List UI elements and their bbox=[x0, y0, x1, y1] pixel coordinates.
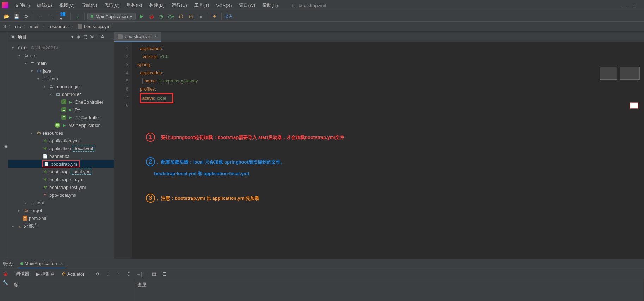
tree-bootstrap[interactable]: 📄bootstrap.yml bbox=[8, 160, 114, 168]
tree-bootstrap-stu[interactable]: ✲bootstrap-stu.yml bbox=[8, 176, 114, 183]
gear-icon[interactable]: ✲ bbox=[100, 34, 104, 39]
tree-bootstrap-test[interactable]: ✲bootstrap-test.yml bbox=[8, 183, 114, 191]
debug-body: 帧 变量 bbox=[11, 280, 644, 301]
code-editor[interactable]: 12345678 application: version: v1.0 spri… bbox=[114, 42, 644, 259]
menu-navigate[interactable]: 导航(N) bbox=[79, 1, 100, 10]
tree-root[interactable]: ▾🗀tt S:\idea2021\tt bbox=[8, 44, 114, 51]
debug-settings-icon[interactable]: 🔧 bbox=[2, 280, 8, 285]
project-tree[interactable]: ▾🗀tt S:\idea2021\tt ▾🗀src ▾🗀main ▾🗀java … bbox=[8, 42, 114, 259]
translate-icon[interactable]: 文A bbox=[225, 12, 232, 20]
minimap-marker[interactable] bbox=[630, 102, 638, 109]
minimize-icon[interactable]: — bbox=[622, 3, 626, 8]
step-out-icon[interactable]: ↑ bbox=[115, 270, 122, 278]
tree-com[interactable]: ▾🗀com bbox=[8, 75, 114, 82]
debugger-tab[interactable]: 调试器 bbox=[13, 269, 31, 279]
annotation-3: 3、注意：bootstrap.yml 比 application.yml先加载 bbox=[146, 191, 630, 203]
bc-file[interactable]: bootstrap.yml bbox=[78, 24, 111, 29]
build-icon[interactable]: ⤓ bbox=[74, 12, 81, 20]
menu-tools[interactable]: 工具(T) bbox=[191, 1, 212, 10]
project-rail-icon[interactable]: ▣ bbox=[3, 143, 8, 149]
minimap-thumb[interactable] bbox=[620, 67, 640, 80]
tree-controller[interactable]: ▾🗀controller bbox=[8, 90, 114, 98]
tree-app-local-yml[interactable]: ✲application-local.yml bbox=[8, 145, 114, 152]
evaluate-icon[interactable]: ▤ bbox=[150, 270, 158, 278]
bc-main[interactable]: main bbox=[30, 24, 40, 29]
tree-class-0[interactable]: C▶OneController bbox=[8, 98, 114, 106]
breadcrumb: tt〉 src〉 main〉 resources〉 bootstrap.yml bbox=[0, 22, 644, 32]
profile-icon[interactable]: ◷▾ bbox=[167, 12, 175, 20]
step-into-icon[interactable]: ↓ bbox=[104, 270, 112, 278]
open-icon[interactable]: 📂 bbox=[3, 12, 11, 20]
code-content[interactable]: application: version: v1.0 spring: appli… bbox=[132, 42, 644, 259]
tree-pkg[interactable]: ▾🗀manmanqiu bbox=[8, 82, 114, 90]
tree-pom[interactable]: mpom.xml bbox=[8, 214, 114, 222]
tree-test[interactable]: ▸🗀test bbox=[8, 199, 114, 207]
editor-tab[interactable]: bootstrap.yml × bbox=[114, 32, 161, 42]
dropdown-icon[interactable]: ▾ bbox=[71, 34, 74, 39]
refresh-icon[interactable]: ⟳ bbox=[23, 12, 30, 20]
close-icon[interactable]: × bbox=[154, 34, 157, 39]
actuator-tab[interactable]: ⟳Actuator bbox=[60, 270, 86, 278]
tree-class-1[interactable]: C▶PA bbox=[8, 106, 114, 113]
tree-src[interactable]: ▾🗀src bbox=[8, 51, 114, 59]
left-rail: ▣ 结构 bbox=[0, 32, 8, 259]
menu-file[interactable]: 文件(F) bbox=[12, 1, 33, 10]
tree-extlib[interactable]: ▸⎁外部库 bbox=[8, 222, 114, 230]
run-to-icon[interactable]: →| bbox=[136, 270, 143, 278]
attach2-icon[interactable]: ⬡ bbox=[187, 12, 195, 20]
tree-target[interactable]: ▸🗀target bbox=[8, 207, 114, 214]
save-icon[interactable]: 💾 bbox=[13, 12, 20, 20]
stop-icon[interactable]: ■ bbox=[197, 12, 205, 20]
menu-run[interactable]: 运行(U) bbox=[169, 1, 190, 10]
tree-ppp-local[interactable]: Yppp-local.yml bbox=[8, 191, 114, 199]
git-icon[interactable]: ✦ bbox=[211, 12, 219, 20]
debug-icon[interactable]: 🐞 bbox=[148, 12, 155, 20]
tree-class-2[interactable]: C▶ZZController bbox=[8, 113, 114, 121]
tree-main[interactable]: ▾🗀main bbox=[8, 59, 114, 67]
tree-banner[interactable]: 📄banner.txt bbox=[8, 152, 114, 160]
console-tab[interactable]: ▶控制台 bbox=[34, 270, 57, 279]
debug-bug-icon[interactable]: 🐞 bbox=[2, 271, 8, 276]
maximize-icon[interactable]: ☐ bbox=[633, 3, 638, 8]
menu-window[interactable]: 窗口(W) bbox=[236, 1, 258, 10]
hide-icon[interactable]: — bbox=[107, 34, 112, 39]
menu-vcs[interactable]: VCS(S) bbox=[213, 2, 234, 9]
frames-panel[interactable]: 帧 bbox=[11, 280, 134, 301]
bc-src[interactable]: src bbox=[15, 24, 21, 29]
menu-edit[interactable]: 编辑(E) bbox=[34, 1, 55, 10]
menu-view[interactable]: 视图(V) bbox=[56, 1, 77, 10]
debug-panel: 调试: MainApplication× 🐞 🔧 调试器 ▶控制台 ⟳Actua… bbox=[0, 259, 644, 301]
back-icon[interactable]: ← bbox=[36, 12, 44, 20]
tree-app-yml[interactable]: ✲application.yml bbox=[8, 137, 114, 145]
run-icon[interactable]: ▶ bbox=[138, 12, 146, 20]
debug-label: 调试: bbox=[3, 261, 13, 267]
locate-icon[interactable]: ⊕ bbox=[76, 34, 80, 39]
menu-refactor[interactable]: 重构(R) bbox=[124, 1, 145, 10]
close-icon[interactable]: × bbox=[60, 261, 63, 266]
forward-icon[interactable]: → bbox=[46, 12, 54, 20]
minimap-thumb[interactable] bbox=[600, 67, 617, 80]
collapse-icon[interactable]: ⇲ bbox=[90, 34, 94, 39]
menu-code[interactable]: 代码(C) bbox=[101, 1, 122, 10]
tree-java[interactable]: ▾🗀java bbox=[8, 67, 114, 75]
menu-help[interactable]: 帮助(H) bbox=[259, 1, 281, 10]
tree-bootstrap-local[interactable]: ✲bootstrap-local.yml bbox=[8, 168, 114, 176]
expand-icon[interactable]: ⇶ bbox=[83, 34, 87, 39]
attach-icon[interactable]: ⬡ bbox=[177, 12, 185, 20]
bc-resources[interactable]: resources bbox=[49, 24, 69, 29]
users-icon[interactable]: 👥▾ bbox=[60, 12, 68, 20]
run-configuration[interactable]: MainApplication ▾ bbox=[87, 13, 136, 20]
debug-config-tab[interactable]: MainApplication× bbox=[18, 259, 65, 268]
tree-mainapp[interactable]: ✲▶MainApplication bbox=[8, 121, 114, 129]
project-view-icon[interactable]: ▣ bbox=[11, 34, 15, 39]
step-icon[interactable]: ⤴ bbox=[125, 270, 133, 278]
step-over-icon[interactable]: ⟲ bbox=[93, 270, 101, 278]
menu-build[interactable]: 构建(B) bbox=[146, 1, 167, 10]
tree-resources[interactable]: ▾🗀resources bbox=[8, 129, 114, 137]
more-icon[interactable]: ☰ bbox=[161, 270, 168, 278]
annotation-1: 1、要让Springboot起初加载：bootstrap需要导入 start启动… bbox=[146, 130, 630, 142]
bc-root[interactable]: tt bbox=[4, 24, 6, 29]
coverage-icon[interactable]: ◔ bbox=[158, 12, 165, 20]
editor-tabs: bootstrap.yml × bbox=[114, 32, 644, 42]
variables-panel[interactable]: 变量 bbox=[134, 280, 644, 301]
